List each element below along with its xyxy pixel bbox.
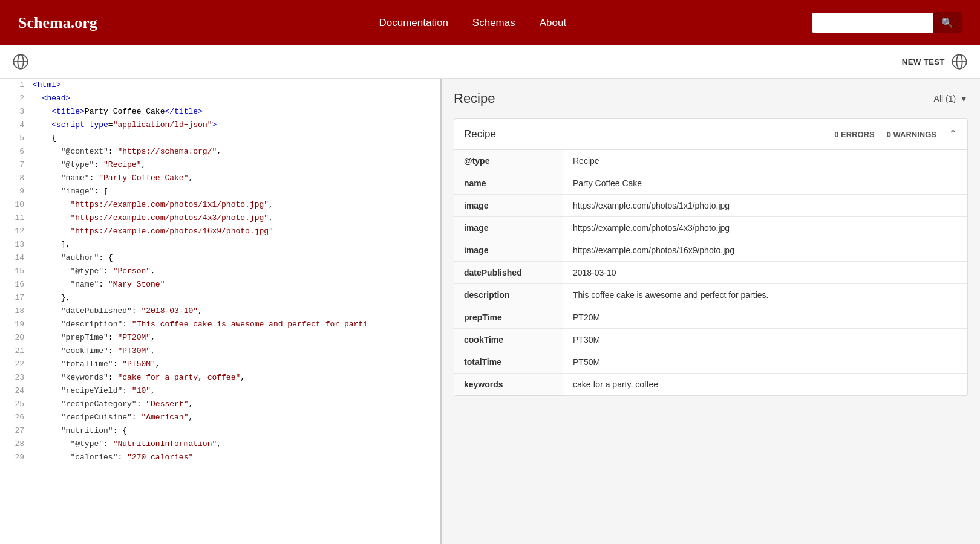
toolbar-left (12, 53, 29, 70)
code-line: 21 "cookTime": "PT30M", (0, 345, 440, 358)
code-content: "cookTime": "PT30M", (33, 345, 434, 358)
code-line: 5 { (0, 132, 440, 145)
table-row: imagehttps://example.com/photos/4x3/phot… (454, 217, 967, 239)
table-row: imagehttps://example.com/photos/16x9/pho… (454, 239, 967, 262)
field-key: keywords (454, 374, 563, 396)
card-title: Recipe (464, 128, 496, 140)
search-bar: 🔍 (812, 12, 962, 33)
field-key: description (454, 284, 563, 306)
site-logo[interactable]: Schema.org (18, 14, 97, 32)
code-content: <script type="application/ld+json"> (33, 118, 434, 132)
field-value: Recipe (563, 150, 967, 172)
line-number: 7 (6, 158, 24, 172)
code-line: 3 <title>Party Coffee Cake</title> (0, 105, 440, 118)
field-key: datePublished (454, 262, 563, 284)
line-number: 4 (6, 118, 24, 132)
line-number: 15 (6, 265, 24, 278)
code-content: <head> (33, 92, 434, 105)
code-line: 15 "@type": "Person", (0, 265, 440, 278)
field-value: https://example.com/photos/4x3/photo.jpg (563, 217, 967, 239)
toolbar-right: NEW TEST (902, 53, 968, 70)
nav-documentation[interactable]: Documentation (379, 17, 448, 29)
card-header: Recipe 0 ERRORS 0 WARNINGS ⌃ (454, 119, 967, 150)
line-number: 5 (6, 132, 24, 145)
line-number: 10 (6, 198, 24, 212)
code-line: 11 "https://example.com/photos/4x3/photo… (0, 212, 440, 225)
site-header: Schema.org Documentation Schemas About 🔍 (0, 0, 980, 45)
field-key: @type (454, 150, 563, 172)
search-button[interactable]: 🔍 (933, 12, 962, 33)
field-value: 2018-03-10 (563, 262, 967, 284)
code-editor[interactable]: 1<html>2 <head>3 <title>Party Coffee Cak… (0, 79, 442, 544)
line-number: 11 (6, 212, 24, 225)
line-number: 3 (6, 105, 24, 118)
code-content: "datePublished": "2018-03-10", (33, 305, 434, 318)
code-line: 6 "@context": "https://schema.org/", (0, 145, 440, 158)
field-key: image (454, 217, 563, 239)
line-number: 26 (6, 411, 24, 424)
code-content: "keywords": "cake for a party, coffee", (33, 371, 434, 384)
warning-count: 0 WARNINGS (887, 130, 936, 139)
result-title: Recipe (454, 91, 495, 106)
main-content: 1<html>2 <head>3 <title>Party Coffee Cak… (0, 79, 980, 544)
code-line: 9 "image": [ (0, 185, 440, 198)
result-card: Recipe 0 ERRORS 0 WARNINGS ⌃ @typeRecipe… (454, 118, 968, 396)
nav-about[interactable]: About (540, 17, 566, 29)
filter-label: All (1) (934, 94, 956, 103)
field-value: cake for a party, coffee (563, 374, 967, 396)
globe-icon-2[interactable] (951, 53, 968, 70)
collapse-button[interactable]: ⌃ (949, 128, 958, 141)
code-content: "image": [ (33, 185, 434, 198)
error-count: 0 ERRORS (834, 130, 874, 139)
result-filter[interactable]: All (1) ▼ (934, 94, 968, 103)
line-number: 14 (6, 251, 24, 265)
table-row: prepTimePT20M (454, 306, 967, 329)
code-content: "@type": "Recipe", (33, 158, 434, 172)
main-nav: Documentation Schemas About (158, 17, 788, 29)
field-value: PT50M (563, 351, 967, 374)
line-number: 19 (6, 318, 24, 331)
table-row: keywordscake for a party, coffee (454, 374, 967, 396)
field-value: https://example.com/photos/1x1/photo.jpg (563, 195, 967, 217)
code-content: "recipeCuisine": "American", (33, 411, 434, 424)
code-content: { (33, 132, 434, 145)
code-content: "@type": "NutritionInformation", (33, 438, 434, 451)
code-line: 14 "author": { (0, 251, 440, 265)
code-line: 28 "@type": "NutritionInformation", (0, 438, 440, 451)
line-number: 6 (6, 145, 24, 158)
code-content: "calories": "270 calories" (33, 451, 434, 464)
code-content: "prepTime": "PT20M", (33, 331, 434, 345)
new-test-button[interactable]: NEW TEST (902, 57, 945, 66)
line-number: 9 (6, 185, 24, 198)
toolbar: NEW TEST (0, 45, 980, 79)
field-key: prepTime (454, 306, 563, 329)
search-input[interactable] (812, 13, 933, 33)
code-content: <title>Party Coffee Cake</title> (33, 105, 434, 118)
code-content: "@context": "https://schema.org/", (33, 145, 434, 158)
code-line: 25 "recipeCategory": "Dessert", (0, 398, 440, 411)
code-content: "https://example.com/photos/4x3/photo.jp… (33, 212, 434, 225)
code-content: ], (33, 238, 434, 251)
field-key: image (454, 195, 563, 217)
field-key: name (454, 172, 563, 195)
code-content: "name": "Party Coffee Cake", (33, 172, 434, 185)
line-number: 21 (6, 345, 24, 358)
nav-schemas[interactable]: Schemas (472, 17, 515, 29)
line-number: 24 (6, 384, 24, 398)
line-number: 22 (6, 358, 24, 371)
field-value: PT30M (563, 329, 967, 351)
field-key: image (454, 239, 563, 262)
code-content: "description": "This coffee cake is awes… (33, 318, 434, 331)
table-row: datePublished2018-03-10 (454, 262, 967, 284)
field-key: cookTime (454, 329, 563, 351)
globe-icon[interactable] (12, 53, 29, 70)
code-line: 20 "prepTime": "PT20M", (0, 331, 440, 345)
code-line: 2 <head> (0, 92, 440, 105)
card-stats: 0 ERRORS 0 WARNINGS ⌃ (834, 128, 958, 141)
code-line: 22 "totalTime": "PT50M", (0, 358, 440, 371)
code-content: "nutrition": { (33, 424, 434, 438)
line-number: 13 (6, 238, 24, 251)
code-line: 10 "https://example.com/photos/1x1/photo… (0, 198, 440, 212)
code-line: 1<html> (0, 79, 440, 92)
table-row: imagehttps://example.com/photos/1x1/phot… (454, 195, 967, 217)
